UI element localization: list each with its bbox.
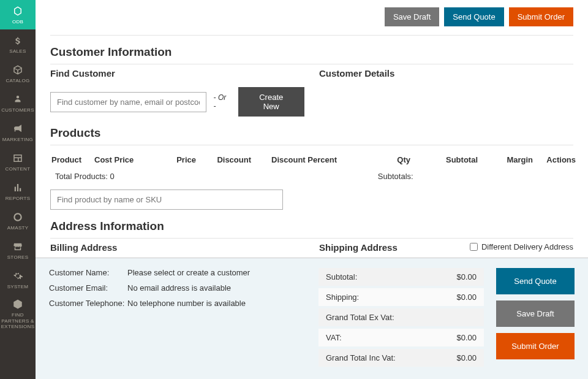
subtotal-label: Subtotal: [326, 272, 357, 281]
sidebar-item-label: ODB [12, 19, 23, 25]
sidebar-item-label: STORES [7, 255, 29, 260]
grand-ex-vat-label: Grand Total Ex Vat: [326, 313, 394, 322]
megaphone-icon [12, 123, 24, 135]
person-icon [12, 93, 24, 105]
layout-icon [12, 152, 24, 164]
vat-value: $0.00 [456, 333, 477, 342]
grand-inc-vat-value: $0.00 [456, 353, 477, 362]
footer-save-draft-button[interactable]: Save Draft [496, 301, 575, 327]
summary-footer: Customer Name: Please select or create a… [36, 258, 588, 379]
customer-email-value: No email address is available [127, 283, 231, 293]
section-title-address: Address Information [50, 220, 573, 239]
customer-name-value: Please select or create a customer [127, 268, 250, 277]
store-icon [12, 240, 24, 253]
section-title-products: Products [50, 126, 573, 145]
subtotals-text: Subtotals: [378, 172, 413, 181]
col-price: Price [154, 153, 197, 167]
sidebar-item-partners[interactable]: FIND PARTNERS & EXTENSIONS [0, 294, 36, 334]
top-action-bar: Save Draft Send Quote Submit Order [50, 7, 573, 36]
products-table-header: Product Cost Price Price Discount Discou… [50, 149, 573, 170]
admin-sidebar: ODB SALES CATALOG CUSTOMERS MARKETING CO… [0, 0, 36, 379]
create-new-button[interactable]: Create New [238, 87, 305, 117]
different-delivery-checkbox[interactable] [470, 243, 478, 251]
sidebar-item-marketing[interactable]: MARKETING [0, 118, 36, 147]
vat-label: VAT: [326, 333, 342, 342]
shipping-value: $0.00 [456, 293, 477, 302]
sidebar-item-label: CUSTOMERS [1, 107, 34, 113]
footer-actions: Send Quote Save Draft Submit Order [496, 268, 575, 369]
sidebar-item-label: FIND PARTNERS & EXTENSIONS [1, 312, 35, 330]
grand-inc-vat-label: Grand Total Inc Vat: [326, 353, 396, 362]
sidebar-item-sales[interactable]: SALES [0, 29, 36, 59]
send-quote-button[interactable]: Send Quote [444, 7, 503, 26]
col-margin: Margin [479, 153, 534, 167]
submit-order-button[interactable]: Submit Order [509, 7, 573, 26]
subtotal-value: $0.00 [456, 272, 477, 281]
footer-submit-order-button[interactable]: Submit Order [496, 333, 575, 359]
order-totals: Subtotal: $0.00 Shipping: $0.00 Grand To… [318, 268, 484, 369]
total-products-text: Total Products: 0 [55, 172, 115, 181]
section-title-customer: Customer Information [50, 45, 573, 64]
sidebar-item-catalog[interactable]: CATALOG [0, 59, 36, 88]
col-actions: Actions [534, 153, 577, 167]
sidebar-item-label: CONTENT [6, 166, 31, 172]
sidebar-item-label: AMASTY [7, 225, 29, 231]
shipping-label: Shipping: [326, 293, 359, 302]
customer-details-heading: Customer Details [319, 68, 573, 78]
customer-name-label: Customer Name: [49, 268, 127, 277]
different-delivery-wrap: Different Delivery Address [470, 242, 573, 251]
find-customer-input[interactable] [50, 92, 206, 112]
sidebar-item-amasty[interactable]: AMASTY [0, 206, 36, 235]
footer-send-quote-button[interactable]: Send Quote [496, 268, 575, 294]
find-product-input[interactable] [50, 190, 283, 210]
sidebar-item-reports[interactable]: REPORTS [0, 177, 36, 206]
col-product: Product [50, 153, 93, 167]
different-delivery-label: Different Delivery Address [481, 242, 573, 251]
link-icon [12, 298, 24, 310]
customer-summary: Customer Name: Please select or create a… [49, 268, 306, 369]
customer-email-label: Customer Email: [49, 283, 127, 293]
sidebar-item-stores[interactable]: STORES [0, 235, 36, 265]
col-cost-price: Cost Price [93, 153, 154, 167]
col-subtotal: Subtotal [412, 153, 479, 167]
find-customer-heading: Find Customer [50, 68, 304, 78]
col-discount-percent: Discount Percent [252, 153, 338, 167]
sidebar-item-label: REPORTS [6, 196, 31, 201]
sidebar-item-label: CATALOG [6, 78, 29, 83]
sidebar-item-label: SYSTEM [7, 284, 29, 289]
box-icon [12, 64, 24, 76]
billing-address-heading: Billing Address [50, 242, 304, 253]
customer-phone-label: Customer Telephone: [49, 299, 127, 308]
sidebar-item-system[interactable]: SYSTEM [0, 265, 36, 294]
sidebar-item-content[interactable]: CONTENT [0, 147, 36, 177]
sidebar-item-label: MARKETING [2, 137, 33, 142]
hexagon-icon [12, 5, 24, 17]
gear-icon [12, 270, 24, 282]
bar-chart-icon [12, 182, 24, 194]
sidebar-item-odb[interactable]: ODB [0, 0, 36, 29]
dollar-icon [12, 34, 24, 47]
customer-phone-value: No telephone number is available [127, 299, 246, 308]
or-text: - Or - [214, 93, 231, 110]
col-discount: Discount [197, 153, 252, 167]
amasty-icon [12, 211, 24, 223]
sidebar-item-customers[interactable]: CUSTOMERS [0, 88, 36, 118]
save-draft-button[interactable]: Save Draft [385, 7, 439, 26]
col-qty: Qty [338, 153, 412, 167]
sidebar-item-label: SALES [9, 48, 26, 54]
